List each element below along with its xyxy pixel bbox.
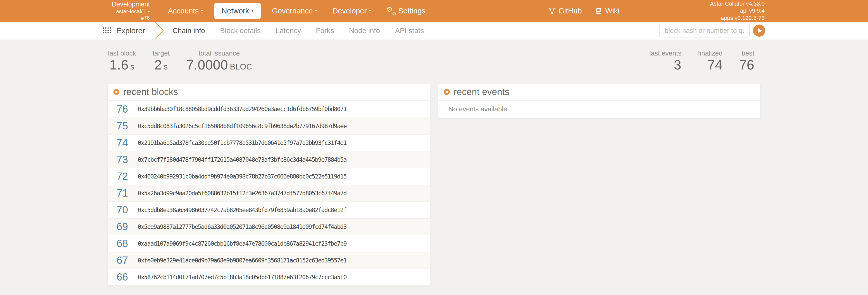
chevron-down-icon: ▾ bbox=[369, 8, 371, 13]
block-number-link[interactable]: 73 bbox=[117, 154, 138, 165]
block-row: 660x58762cb114d0f71ad707ed7c5bf8b3a18c05… bbox=[108, 269, 430, 286]
block-hash: 0x5a26a3d99c9aa20da5f6088632b15f12f3e263… bbox=[138, 190, 346, 197]
link-wiki[interactable]: Wiki bbox=[588, 7, 626, 15]
summary-target: target2s bbox=[152, 50, 170, 72]
block-number-link[interactable]: 66 bbox=[117, 271, 138, 283]
tab-block-details[interactable]: Block details bbox=[220, 27, 261, 35]
recent-events-title: recent events bbox=[454, 87, 509, 97]
summary-unit: BLOC bbox=[230, 62, 252, 71]
summary-best: best76 bbox=[739, 50, 754, 72]
content-cards: recent blocks 760x39bb6ba30f18c88058bd9c… bbox=[0, 84, 868, 286]
summary-value: 7.0000BLOC bbox=[186, 58, 252, 72]
menu-settings[interactable]: ⚙⚙Settings bbox=[379, 3, 433, 19]
chevron-down-icon: ▾ bbox=[315, 8, 317, 13]
tab-forks[interactable]: Forks bbox=[316, 27, 334, 35]
block-row: 700xc5ddb8ea38a654986037742c7ab8205ee843… bbox=[108, 201, 430, 218]
book-icon bbox=[595, 7, 602, 14]
menu-label: Accounts bbox=[168, 7, 199, 15]
summary-value: 1.6s bbox=[108, 58, 136, 72]
tab-latency[interactable]: Latency bbox=[276, 27, 301, 35]
menu-label: Developer bbox=[333, 7, 367, 15]
summary-label: finalized bbox=[698, 50, 722, 57]
block-row: 670xfe0eb9e329e41ace0d9b79a68e9b9807ea66… bbox=[108, 252, 430, 269]
menu-accounts[interactable]: Accounts▾ bbox=[160, 3, 211, 19]
search-input[interactable] bbox=[659, 24, 750, 37]
network-selector[interactable]: Development astar-local/1▾ #76 bbox=[103, 1, 150, 21]
menu-developer[interactable]: Developer▾ bbox=[325, 3, 379, 19]
block-row: 680xaaad107a9069f9c4c87260cbb16bf8ea47e7… bbox=[108, 235, 430, 252]
summary-value: 74 bbox=[698, 58, 722, 72]
link-github[interactable]: GitHub bbox=[542, 7, 588, 15]
menu-network[interactable]: Network▾ bbox=[214, 3, 261, 19]
block-hash: 0x58762cb114d0f71ad707ed7c5bf8b3a18c05db… bbox=[138, 274, 346, 281]
recent-blocks-card: recent blocks 760x39bb6ba30f18c88058bd9c… bbox=[107, 84, 430, 286]
block-number-link[interactable]: 68 bbox=[117, 238, 138, 249]
link-label: GitHub bbox=[559, 7, 582, 15]
block-hash: 0xc5ddb8ea38a654986037742c7ab8205ee843bf… bbox=[138, 207, 346, 214]
explorer-nav-bar: Explorer Chain infoBlock detailsLatencyF… bbox=[0, 22, 868, 39]
chevron-down-icon: ▾ bbox=[148, 9, 150, 14]
summary-label: last events bbox=[649, 50, 681, 57]
version-info: Astar Collator v4.38.0 api v9.9.4 apps v… bbox=[710, 0, 765, 22]
tab-api-stats[interactable]: API stats bbox=[395, 27, 424, 35]
chevron-down-icon: ▾ bbox=[251, 8, 253, 13]
menu-label: Governance bbox=[272, 7, 313, 15]
no-events-message: No events available bbox=[438, 101, 760, 118]
block-hash: 0xaaad107a9069f9c4c87260cbb16bf8ea47e786… bbox=[138, 240, 346, 247]
block-row: 750xc5dd8c083fa3026c5cf165088b8df109656c… bbox=[108, 118, 430, 134]
block-row: 720x460240b992931c0ba4ddf9b974e0a398c78b… bbox=[108, 168, 430, 185]
network-best-block: #76 bbox=[103, 15, 150, 21]
block-row: 760x39bb6ba30f18c88058bd9cddfd36337ad294… bbox=[108, 101, 430, 118]
menu-governance[interactable]: Governance▾ bbox=[264, 3, 325, 19]
block-hash: 0xc5dd8c083fa3026c5cf165088b8df109656c8c… bbox=[138, 123, 346, 129]
block-number-link[interactable]: 71 bbox=[117, 187, 138, 199]
recent-blocks-header: recent blocks bbox=[108, 84, 430, 101]
api-version: api v9.9.4 bbox=[710, 7, 765, 14]
link-label: Wiki bbox=[605, 7, 619, 15]
block-number-link[interactable]: 70 bbox=[117, 204, 138, 216]
block-row: 730x7cbcf7f580d478f7904ff172615a4087048e… bbox=[108, 151, 430, 168]
menu-label: Network bbox=[222, 7, 249, 15]
network-node: astar-local/1▾ bbox=[103, 8, 150, 15]
summary-label: total issuance bbox=[186, 50, 252, 57]
block-row: 710x5a26a3d99c9aa20da5f6088632b15f12f3e2… bbox=[108, 185, 430, 201]
block-number-link[interactable]: 67 bbox=[117, 255, 138, 266]
chain-summary: last block1.6starget2stotal issuance7.00… bbox=[0, 50, 868, 72]
apps-version: apps v0.122.3-73 bbox=[710, 14, 765, 22]
recent-events-card: recent events No events available bbox=[438, 84, 761, 118]
recent-blocks-list: 760x39bb6ba30f18c88058bd9cddfd36337ad294… bbox=[108, 101, 430, 286]
summary-unit: s bbox=[130, 62, 134, 71]
network-name: Development bbox=[103, 1, 150, 8]
summary-label: last block bbox=[108, 50, 136, 57]
summary-right-group: last events3finalized74best76 bbox=[649, 50, 765, 72]
summary-left-group: last block1.6starget2stotal issuance7.00… bbox=[108, 50, 252, 72]
node-version: Astar Collator v4.38.0 bbox=[710, 0, 765, 7]
block-hash: 0x5ee9a9887a12777be5ad6a33d0a052071a8c96… bbox=[138, 224, 346, 230]
summary-value: 76 bbox=[739, 58, 754, 72]
summary-last-events: last events3 bbox=[649, 50, 681, 72]
summary-label: best bbox=[739, 50, 754, 57]
summary-value: 3 bbox=[649, 58, 681, 72]
block-hash: 0x39bb6ba30f18c88058bd9cddfd36337ad29426… bbox=[138, 106, 346, 112]
block-number-link[interactable]: 69 bbox=[117, 221, 138, 232]
section-dot-icon bbox=[114, 89, 119, 95]
top-links: GitHubWiki bbox=[542, 7, 626, 15]
summary-unit: s bbox=[164, 62, 168, 71]
tab-bar: Chain infoBlock detailsLatencyForksNode … bbox=[173, 27, 424, 35]
github-fork-icon bbox=[549, 7, 555, 14]
block-number-link[interactable]: 74 bbox=[117, 137, 138, 149]
block-number-link[interactable]: 75 bbox=[117, 120, 138, 132]
summary-value: 2s bbox=[152, 58, 170, 72]
section-title: Explorer bbox=[116, 26, 145, 35]
summary-total-issuance: total issuance7.0000BLOC bbox=[186, 50, 252, 72]
top-bar: Development astar-local/1▾ #76 Accounts▾… bbox=[0, 0, 868, 22]
section-divider-chevron bbox=[154, 22, 165, 39]
recent-blocks-title: recent blocks bbox=[123, 87, 178, 97]
play-icon bbox=[758, 28, 762, 34]
tab-node-info[interactable]: Node info bbox=[349, 27, 380, 35]
block-number-link[interactable]: 76 bbox=[117, 103, 138, 115]
search-submit-button[interactable] bbox=[753, 25, 765, 37]
tab-chain-info[interactable]: Chain info bbox=[173, 27, 205, 35]
block-number-link[interactable]: 72 bbox=[117, 170, 138, 182]
apps-grid-icon[interactable] bbox=[103, 27, 112, 34]
